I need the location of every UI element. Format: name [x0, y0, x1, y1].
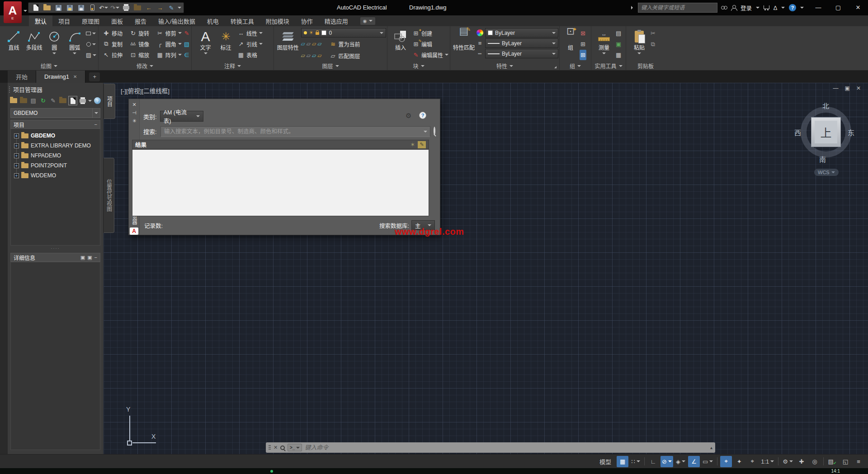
- viewcube-south[interactable]: 南: [819, 154, 826, 164]
- viewcube[interactable]: 北 西 东 南 上 WCS: [794, 97, 858, 183]
- details-panel-icon[interactable]: ▣: [87, 255, 92, 261]
- match-properties-button[interactable]: ▤✎ 特性匹配: [453, 27, 475, 51]
- copy-clip-button[interactable]: ⧉: [650, 39, 656, 49]
- next-drawing-button[interactable]: →: [155, 3, 165, 12]
- fillet-button[interactable]: ╭圆角: [155, 38, 183, 49]
- ribbon-tab-featured-apps[interactable]: 精选应用: [319, 15, 354, 26]
- rotate-button[interactable]: ↻旋转: [128, 28, 155, 38]
- layer-tool-icons-row1[interactable]: ▱▱▱▱: [301, 41, 327, 47]
- window-minimize-button[interactable]: —: [808, 0, 828, 14]
- crosshair-button[interactable]: ✚: [796, 456, 807, 467]
- layer-select[interactable]: ☀ 0: [301, 28, 386, 38]
- mirror-button[interactable]: ∆∆镜像: [128, 38, 155, 49]
- text-button[interactable]: A 文字: [195, 27, 216, 54]
- lineweight-select[interactable]: ByLayer: [485, 38, 558, 48]
- snap-toggle-button[interactable]: ∷: [630, 456, 642, 467]
- catalog-help-icon[interactable]: ?: [419, 112, 426, 119]
- help-icon[interactable]: ?: [789, 4, 796, 11]
- search-expand-icon[interactable]: [631, 6, 633, 9]
- trim-button[interactable]: ✂修剪: [155, 28, 183, 38]
- group-selection-toggle[interactable]: ⊞: [580, 50, 586, 60]
- paste-dropdown-icon[interactable]: [637, 52, 641, 54]
- ungroup-button[interactable]: ⊠: [580, 28, 586, 38]
- export-button[interactable]: [76, 3, 86, 12]
- explode-button[interactable]: ▧: [183, 39, 190, 49]
- drawing-minimize-button[interactable]: —: [833, 85, 839, 91]
- arc-dropdown-icon[interactable]: [73, 52, 76, 54]
- cut-button[interactable]: ✂: [650, 28, 656, 38]
- application-menu-dropdown-icon[interactable]: [24, 10, 27, 12]
- linear-dimension-button[interactable]: ↔线性: [236, 28, 271, 38]
- undo-dropdown-icon[interactable]: [104, 7, 108, 9]
- line-button[interactable]: 直线: [4, 27, 24, 51]
- ribbon-tab-electromechanical[interactable]: 机电: [201, 15, 225, 26]
- quick-calculator-button[interactable]: ▦: [615, 50, 622, 60]
- paste-button[interactable]: 粘贴: [629, 27, 650, 54]
- search-binoculars-icon[interactable]: [722, 6, 727, 9]
- command-search-icon[interactable]: [280, 446, 285, 450]
- object-snap-settings-button[interactable]: ✦: [733, 456, 745, 467]
- object-snap-3d-button[interactable]: ⌖: [746, 456, 758, 467]
- dynamic-input-button[interactable]: ▭: [701, 456, 714, 467]
- command-customize-button[interactable]: >_: [288, 444, 302, 451]
- save-button[interactable]: [53, 3, 63, 12]
- catalog-search-input[interactable]: [160, 126, 430, 137]
- ortho-toggle-button[interactable]: ∟: [647, 456, 659, 467]
- stretch-button[interactable]: ↖拉伸: [101, 49, 128, 60]
- ribbon-tab-panel[interactable]: 面板: [105, 15, 129, 26]
- object-snap-button[interactable]: ⌖: [720, 456, 732, 467]
- model-space-button[interactable]: 模型: [595, 456, 615, 467]
- move-button[interactable]: ✚移动: [101, 28, 128, 38]
- grid-toggle-button[interactable]: ▦: [617, 456, 628, 467]
- details-pin-icon[interactable]: ▣: [80, 255, 85, 261]
- table-button[interactable]: ▦表格: [236, 49, 271, 60]
- plot-project-button[interactable]: [78, 96, 87, 105]
- project-tree-item[interactable]: +EXTRA LIBRARY DEMO: [11, 141, 100, 151]
- markup-pen-button[interactable]: ✎: [166, 3, 176, 12]
- create-block-button[interactable]: ⊞✦创建: [411, 28, 449, 38]
- drawing-close-button[interactable]: ✕: [856, 85, 861, 91]
- sign-in-dropdown-icon[interactable]: [756, 7, 760, 9]
- help-search-input[interactable]: [638, 3, 717, 13]
- side-tab-projects[interactable]: 项目: [104, 84, 115, 119]
- select-all-button[interactable]: ▣: [615, 39, 622, 49]
- command-input[interactable]: [305, 444, 708, 451]
- group-button[interactable]: ⊡✦ 组: [561, 27, 580, 51]
- edit-block-button[interactable]: ⊞✎编辑: [411, 38, 449, 49]
- panel-label-layers[interactable]: 图层: [275, 62, 386, 70]
- quick-select-button[interactable]: ▤: [615, 28, 622, 38]
- expand-icon[interactable]: +: [14, 173, 19, 178]
- catalog-close-icon[interactable]: ✕: [129, 102, 140, 108]
- object-isolate-button[interactable]: ◎: [809, 456, 821, 467]
- undo-button[interactable]: ↶: [99, 3, 108, 12]
- text-dropdown-icon[interactable]: [204, 52, 208, 54]
- new-tab-button[interactable]: +: [89, 72, 100, 81]
- toolbar-dropdown-icon[interactable]: [88, 100, 92, 102]
- collapse-details-button[interactable]: −: [94, 255, 97, 261]
- object-color-select[interactable]: ByLayer: [485, 28, 558, 38]
- viewport-controls[interactable]: [-][俯视][二维线框]: [121, 86, 170, 95]
- user-icon[interactable]: [731, 5, 736, 11]
- open-project-button[interactable]: [9, 96, 18, 105]
- panel-label-modify[interactable]: 修改: [99, 62, 190, 70]
- scale-button[interactable]: ⊡缩放: [128, 49, 155, 60]
- window-close-button[interactable]: ✕: [848, 0, 868, 14]
- rectangle-button[interactable]: [85, 28, 97, 38]
- wcs-menu[interactable]: WCS: [814, 169, 839, 176]
- project-tree-item[interactable]: +GBDEMO: [11, 131, 100, 141]
- new-drawing-button[interactable]: [31, 3, 41, 12]
- workspace-switching-button[interactable]: ⚙: [781, 456, 794, 467]
- project-task-list-button[interactable]: ✎: [49, 96, 58, 105]
- qat-customize-icon[interactable]: [178, 7, 181, 9]
- ribbon-tab-import-export[interactable]: 输入/输出数据: [152, 15, 201, 26]
- favorites-star-icon[interactable]: ✶: [410, 141, 415, 148]
- drawing-list-report-button[interactable]: [68, 96, 77, 105]
- window-maximize-button[interactable]: ▢: [828, 0, 848, 14]
- viewcube-top-face[interactable]: 上: [811, 117, 841, 147]
- layer-tool-icons-row2[interactable]: ▱▱▱▱: [301, 52, 327, 59]
- project-tree-item[interactable]: +NFPADEMO: [11, 151, 100, 161]
- match-layer-button[interactable]: ▱匹配图层: [328, 50, 362, 61]
- hardware-acceleration-button[interactable]: ▤✔: [826, 456, 838, 467]
- ribbon-tab-schematic[interactable]: 原理图: [76, 15, 105, 26]
- refresh-button[interactable]: ↻: [39, 96, 48, 105]
